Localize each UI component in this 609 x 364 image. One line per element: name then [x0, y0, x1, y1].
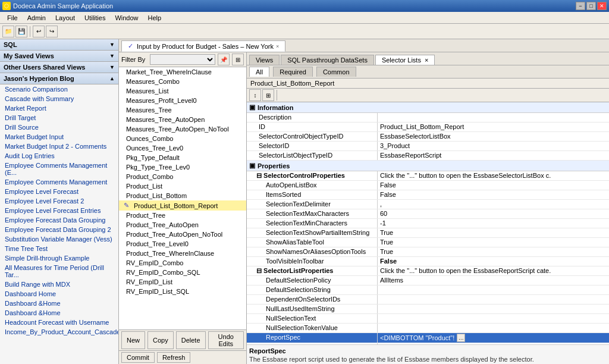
props-toolbar-btn-2[interactable]: ⊞ [262, 89, 274, 101]
section-properties[interactable]: ▣ Properties [247, 161, 609, 171]
close-button[interactable]: ✕ [597, 2, 607, 10]
prop-value-selector-control-type[interactable]: EssbaseSelectorListBox [378, 132, 609, 141]
sidebar-item-dashboard-home-amp-2[interactable]: Dashboard &Home [0, 308, 118, 318]
file-item-measures-tree-autoopen[interactable]: Measures_Tree_AutoOpen [119, 115, 246, 124]
sidebar-section-jasons-blog[interactable]: Jason's Hyperion Blog ▲ [0, 73, 118, 84]
sidebar-item-market-budget-input-2[interactable]: Market Budget Input 2 - Comments [0, 142, 118, 151]
sidebar-item-drill-source[interactable]: Drill Source [0, 123, 118, 132]
sidebar-item-emp-forecast-data-grouping-2[interactable]: Employee Forecast Data Grouping 2 [0, 225, 118, 234]
file-item-product-tree-where[interactable]: Product_Tree_WhereInClause [119, 249, 246, 258]
menu-layout[interactable]: Layout [51, 13, 80, 23]
sidebar-item-emp-level-forecast-entries[interactable]: Employee Level Forecast Entries [0, 206, 118, 215]
file-item-rv-empid-combo[interactable]: RV_EmpID_Combo [119, 258, 246, 268]
file-item-product-list-bottom-report[interactable]: ✎Product_List_Bottom_Report [119, 200, 246, 211]
toolbar-btn-2[interactable]: 💾 [15, 26, 27, 37]
minimize-button[interactable]: − [576, 2, 585, 10]
prop-value-default-selection-policy[interactable]: AllItems [378, 276, 609, 285]
tab-all[interactable]: All [249, 67, 269, 77]
prop-value-null-last-used[interactable] [378, 305, 609, 313]
delete-button[interactable]: Delete [176, 331, 206, 349]
tab-required[interactable]: Required [273, 67, 313, 77]
prop-value-null-selection-text[interactable] [378, 314, 609, 323]
file-item-product-combo[interactable]: Product_Combo [119, 172, 246, 181]
toolbar-btn-1[interactable]: 📁 [2, 26, 14, 37]
filter-expand-button[interactable]: ⊞ [232, 54, 244, 65]
prop-value-id[interactable]: Product_List_Bottom_Report [378, 123, 609, 131]
sidebar-item-build-range[interactable]: Build Range with MDX [0, 280, 118, 289]
sidebar-section-saved-views[interactable]: My Saved Views ▼ [0, 51, 118, 62]
prop-value-description[interactable] [378, 113, 609, 122]
file-item-product-tree-level0[interactable]: Product_Tree_Level0 [119, 239, 246, 249]
sidebar-item-market-report[interactable]: Market Report [0, 103, 118, 113]
file-item-product-list[interactable]: Product_List [119, 181, 246, 191]
sidebar-item-drill-target[interactable]: Drill Target [0, 113, 118, 123]
prop-value-dependent-on-selector[interactable] [378, 295, 609, 304]
sidebar-item-simple-drill[interactable]: Simple Drill-through Example [0, 253, 118, 263]
sidebar-item-headcount-forecast[interactable]: Headcount Forecast with Username [0, 318, 118, 327]
file-item-market-tree-where[interactable]: Market_Tree_WhereInClause [119, 67, 246, 77]
file-item-measures-tree-autoopen-notool[interactable]: Measures_Tree_AutoOpen_NoTool [119, 124, 246, 134]
prop-value-auto-open-listbox[interactable]: False [378, 181, 609, 190]
file-item-pkg-type-tree-lev0[interactable]: Pkg_Type_Tree_Lev0 [119, 162, 246, 172]
prop-value-show-alias-table-tool[interactable]: True [378, 238, 609, 247]
toolbar-btn-3[interactable]: ↩ [33, 26, 45, 37]
file-item-product-tree[interactable]: Product_Tree [119, 211, 246, 220]
maximize-button[interactable]: □ [586, 2, 596, 10]
file-item-ounces-combo[interactable]: Ounces_Combo [119, 134, 246, 143]
prop-value-selector-id[interactable]: 3_Product [378, 142, 609, 150]
prop-value-selector-list-type[interactable]: EssbaseReportScript [378, 151, 609, 160]
report-spec-edit-button[interactable]: … [457, 334, 465, 342]
new-button[interactable]: New [121, 331, 145, 349]
prop-value-selection-text-delim[interactable]: , [378, 200, 609, 209]
menu-help[interactable]: Help [143, 13, 167, 23]
file-item-ounces-tree-lev0[interactable]: Ounces_Tree_Lev0 [119, 143, 246, 153]
tab-sql-passthrough[interactable]: SQL Passthrough DataSets [281, 55, 374, 65]
prop-value-show-names-aliases[interactable]: True [378, 247, 609, 256]
sidebar-item-scenario-comparison[interactable]: Scenario Comparison [0, 84, 118, 94]
file-item-measures-list[interactable]: Measures_List [119, 86, 246, 96]
toolbar-btn-4[interactable]: ↪ [46, 26, 58, 37]
prop-value-tool-visible-toolbar[interactable]: False [378, 257, 609, 266]
props-toolbar-btn-1[interactable]: ↕ [249, 89, 261, 101]
sidebar-item-emp-level-forecast[interactable]: Employee Level Forecast [0, 187, 118, 196]
sidebar-item-cascade-summary[interactable]: Cascade with Summary [0, 94, 118, 103]
sidebar-item-market-budget-input[interactable]: Market Budget Input [0, 132, 118, 142]
menu-window[interactable]: Window [110, 13, 143, 23]
sidebar-item-emp-comments-mgmt[interactable]: Employee Comments Management [0, 177, 118, 187]
tab-common[interactable]: Common [316, 67, 356, 77]
sidebar-item-audit-log[interactable]: Audit Log Entries [0, 151, 118, 161]
sidebar-section-other-users[interactable]: Other Users Shared Views ▼ [0, 62, 118, 73]
filter-select[interactable] [150, 54, 215, 65]
file-item-rv-empid-combo-sql[interactable]: RV_EmpID_Combo_SQL [119, 268, 246, 277]
tab-close-button[interactable]: × [276, 43, 279, 49]
file-item-product-list-bottom[interactable]: Product_List_Bottom [119, 191, 246, 200]
tab-selector-lists[interactable]: Selector Lists × [375, 55, 435, 65]
prop-value-report-spec[interactable]: <DIMBOTTOM "Product"! … [378, 333, 609, 343]
menu-utilities[interactable]: Utilities [80, 13, 110, 23]
sidebar-item-all-measures[interactable]: All Measures for Time Period (Drill Tar.… [0, 263, 118, 280]
prop-value-default-selection-string[interactable] [378, 285, 609, 294]
prop-value-selection-text-min[interactable]: -1 [378, 219, 609, 228]
sidebar-item-emp-forecast-data-grouping[interactable]: Employee Forecast Data Grouping [0, 215, 118, 225]
file-item-rv-empid-list[interactable]: RV_EmpID_List [119, 277, 246, 287]
sidebar-item-dashboard-home-amp[interactable]: Dashboard &Home [0, 299, 118, 308]
section-information[interactable]: ▣ Information [247, 102, 609, 113]
file-item-rv-empid-list-sql[interactable]: RV_EmpID_List_SQL [119, 287, 246, 296]
file-item-measures-tree[interactable]: Measures_Tree [119, 105, 246, 115]
tab-input-by-product[interactable]: ✓ Input by Product for Budget - Sales – … [121, 40, 285, 52]
tab-views[interactable]: Views [249, 55, 280, 65]
prop-report-spec[interactable]: ReportSpec <DIMBOTTOM "Product"! … [247, 333, 609, 343]
sidebar-item-time-tree-test[interactable]: Time Tree Test [0, 244, 118, 253]
file-item-product-tree-autoopen-notool[interactable]: Product_Tree_AutoOpen_NoTool [119, 230, 246, 239]
prop-value-null-selection-token[interactable] [378, 324, 609, 332]
copy-button[interactable]: Copy [147, 331, 174, 349]
file-item-measures-profit-lev0[interactable]: Measures_Profit_Level0 [119, 96, 246, 105]
sidebar-item-emp-level-forecast-2[interactable]: Employee Level Forecast 2 [0, 196, 118, 206]
menu-file[interactable]: File [2, 13, 23, 23]
sidebar-item-dashboard-home[interactable]: Dashboard Home [0, 289, 118, 299]
sidebar-item-emp-comments-mgmt-e[interactable]: Employee Comments Management (E... [0, 161, 118, 177]
prop-value-selection-text-partial[interactable]: True [378, 228, 609, 237]
sidebar-section-sql[interactable]: SQL ▼ [0, 39, 118, 51]
file-item-product-tree-autoopen[interactable]: Product_Tree_AutoOpen [119, 220, 246, 230]
menu-admin[interactable]: Admin [23, 13, 51, 23]
